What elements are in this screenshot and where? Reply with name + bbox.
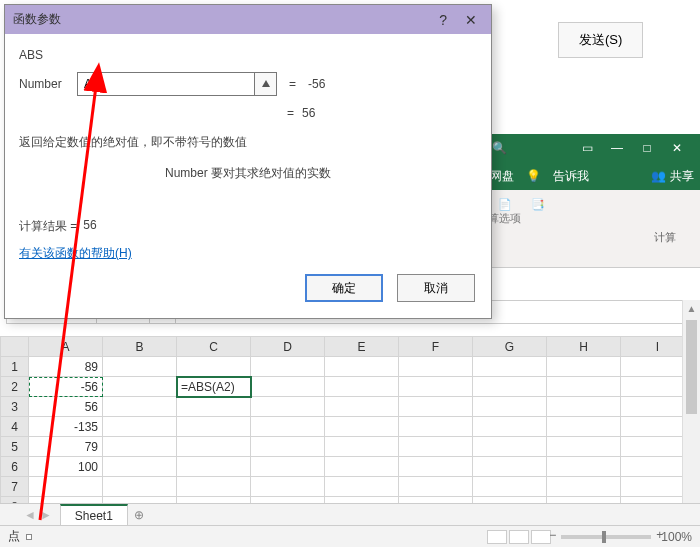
view-page-break-icon[interactable]: [531, 530, 551, 544]
col-header[interactable]: F: [399, 337, 473, 357]
share-icon: 👥: [651, 169, 666, 183]
dialog-help-icon[interactable]: ?: [439, 12, 447, 28]
ribbon-item-calc-options[interactable]: 📄 算选项: [488, 198, 521, 226]
function-name: ABS: [19, 48, 477, 62]
row-header[interactable]: 1: [1, 357, 29, 377]
zoom-level[interactable]: 100%: [661, 530, 692, 544]
select-all-corner[interactable]: [1, 337, 29, 357]
equals-sign: =: [289, 77, 296, 91]
function-description: 返回给定数值的绝对值，即不带符号的数值: [19, 134, 477, 151]
dialog-close-icon[interactable]: ✕: [465, 12, 477, 28]
cancel-button[interactable]: 取消: [397, 274, 475, 302]
spreadsheet-grid[interactable]: A B C D E F G H I 189 2-56=ABS(A2) 356 4…: [0, 336, 695, 503]
window-minimize-icon[interactable]: —: [602, 141, 632, 155]
window-ribbon-opts-icon[interactable]: ▭: [572, 141, 602, 155]
equals-sign: =: [287, 106, 294, 120]
function-result-preview: 56: [302, 106, 315, 120]
scroll-up-icon[interactable]: ▲: [683, 300, 700, 318]
sheet-nav-next-icon[interactable]: ►: [40, 508, 52, 522]
ribbon-group-label: 计算: [488, 226, 692, 247]
col-header[interactable]: B: [103, 337, 177, 357]
calc-result-value: 56: [83, 218, 96, 235]
ribbon-tab-netdisk[interactable]: 网盘: [490, 168, 514, 185]
arg-input-number[interactable]: [77, 72, 255, 96]
active-cell[interactable]: =ABS(A2): [177, 377, 251, 397]
arg-evaluated-value: -56: [308, 77, 325, 91]
cell[interactable]: 100: [29, 457, 103, 477]
cell[interactable]: -135: [29, 417, 103, 437]
col-header[interactable]: D: [251, 337, 325, 357]
col-header[interactable]: C: [177, 337, 251, 357]
zoom-slider[interactable]: [561, 535, 651, 539]
function-help-link[interactable]: 有关该函数的帮助(H): [19, 246, 132, 260]
ok-button[interactable]: 确定: [305, 274, 383, 302]
bulb-icon: 💡: [526, 169, 541, 183]
row-header[interactable]: 7: [1, 477, 29, 497]
vertical-scrollbar[interactable]: ▲: [682, 300, 700, 503]
argument-description: Number 要对其求绝对值的实数: [19, 165, 477, 182]
view-normal-icon[interactable]: [487, 530, 507, 544]
status-mode: 点: [8, 528, 20, 545]
view-page-layout-icon[interactable]: [509, 530, 529, 544]
search-icon: 🔍: [492, 141, 507, 155]
macro-record-icon[interactable]: [26, 534, 32, 540]
window-maximize-icon[interactable]: □: [632, 141, 662, 155]
col-header[interactable]: E: [325, 337, 399, 357]
excel-window: 🔍 ▭ — □ ✕ 网盘 💡 告诉我 👥共享 📄 算选项 📑 计算: [480, 134, 700, 268]
row-header[interactable]: 5: [1, 437, 29, 457]
row-header[interactable]: 3: [1, 397, 29, 417]
col-header[interactable]: H: [547, 337, 621, 357]
range-selector-icon[interactable]: [255, 72, 277, 96]
calc-result-label: 计算结果 =: [19, 218, 77, 235]
cell[interactable]: 79: [29, 437, 103, 457]
share-button[interactable]: 共享: [670, 168, 694, 185]
ribbon-item-calc-sheet[interactable]: 📑: [531, 198, 545, 211]
send-button[interactable]: 发送(S): [558, 22, 643, 58]
col-header[interactable]: A: [29, 337, 103, 357]
row-header[interactable]: 2: [1, 377, 29, 397]
arg-label-number: Number: [19, 77, 69, 91]
cell[interactable]: 56: [29, 397, 103, 417]
col-header[interactable]: G: [473, 337, 547, 357]
cell-referenced[interactable]: -56: [29, 377, 103, 397]
sheet-tab[interactable]: Sheet1: [60, 504, 128, 526]
function-arguments-dialog: 函数参数 ? ✕ ABS Number = -56 = 56 返回给定数值的绝对…: [4, 4, 492, 319]
tell-me[interactable]: 告诉我: [553, 168, 589, 185]
row-header[interactable]: 6: [1, 457, 29, 477]
add-sheet-icon[interactable]: ⊕: [128, 508, 150, 522]
window-close-icon[interactable]: ✕: [662, 141, 692, 155]
dialog-title: 函数参数: [13, 11, 61, 28]
sheet-nav-prev-icon[interactable]: ◄: [24, 508, 36, 522]
cell[interactable]: 89: [29, 357, 103, 377]
row-header[interactable]: 4: [1, 417, 29, 437]
